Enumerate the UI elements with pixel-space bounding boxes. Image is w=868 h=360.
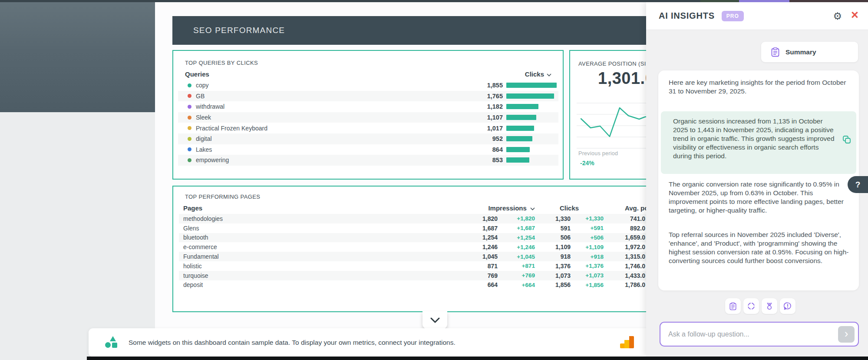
average-position-value: 1,301.0 <box>598 69 646 88</box>
widget-top-performing-pages: TOP PERFORMING PAGES Pages Impressions C… <box>172 186 646 312</box>
clicks-bar <box>506 115 536 120</box>
widget-title: TOP PERFORMING PAGES <box>185 193 260 200</box>
table-row: deposit 664 +664 1,856 +1,856 1,786.0 <box>179 280 646 290</box>
ai-highlighted-insight: Organic sessions increased from 1,135 in… <box>661 111 856 174</box>
query-row: Sleek 1,107 <box>178 112 558 123</box>
page-name: Fundamental <box>179 253 450 260</box>
clicks-value: 918 <box>535 253 571 260</box>
query-row: copy 1,855 <box>178 80 558 91</box>
page-name: Glens <box>179 225 450 232</box>
clicks-delta: +1,330 <box>571 215 604 222</box>
query-row: digital 952 <box>178 133 558 144</box>
chat-exclamation-icon <box>784 302 792 310</box>
clicks-delta: +918 <box>571 253 604 260</box>
top-edge-segment <box>0 0 700 2</box>
summary-action-button[interactable] <box>725 298 741 314</box>
top-edge-segment <box>700 0 739 2</box>
series-color-dot <box>188 116 191 120</box>
impressions-value: 769 <box>450 272 498 279</box>
query-row: empowering 853 <box>178 155 558 166</box>
widget-title: TOP QUERIES BY CLICKS <box>185 60 258 66</box>
sample-data-notice: Some widgets on this dashboard contain s… <box>89 328 646 357</box>
clicks-bar <box>506 93 554 99</box>
ai-insights-panel: AI INSIGHTS PRO ⚙ × Summary Here are key… <box>646 2 868 357</box>
query-clicks-value: 1,182 <box>463 103 503 110</box>
series-color-dot <box>188 147 191 151</box>
achievements-action-button[interactable] <box>762 298 777 314</box>
ai-insights-title: AI INSIGHTS <box>659 11 715 21</box>
clicks-bar <box>506 83 557 88</box>
avg-position-value: 1,433.0 <box>604 272 646 279</box>
ai-quick-actions <box>725 298 795 314</box>
column-header-impressions-sort[interactable]: Impressions <box>450 204 535 212</box>
query-row: GB 1,765 <box>178 91 558 102</box>
ai-paragraph: The organic conversion rate rose signifi… <box>669 180 850 215</box>
widget-top-queries-by-clicks: TOP QUERIES BY CLICKS Queries Clicks cop… <box>172 50 564 180</box>
query-label: Practical Frozen Keyboard <box>196 125 463 132</box>
clicks-bar <box>506 136 532 141</box>
feedback-action-button[interactable] <box>780 298 795 314</box>
clicks-bar <box>506 126 534 131</box>
series-color-dot <box>188 126 191 130</box>
clicks-delta: +506 <box>571 234 604 241</box>
impressions-delta: +1,045 <box>498 253 535 260</box>
ai-message-card: Here are key marketing insights for the … <box>658 70 859 290</box>
table-row: holistic 871 +871 1,376 +1,376 1,746.0 <box>179 261 646 271</box>
clicks-delta: +1,856 <box>571 282 604 288</box>
query-label: withdrawal <box>196 103 463 110</box>
series-color-dot <box>188 158 191 162</box>
clicks-value: 506 <box>535 234 571 241</box>
follow-up-question-box: › <box>660 322 859 347</box>
series-color-dot <box>188 94 191 98</box>
clicks-value: 1,073 <box>535 272 571 279</box>
avg-position-value: 1,746.0 <box>604 263 646 270</box>
avg-position-value: 1,659.0 <box>604 234 646 241</box>
impressions-value: 664 <box>450 281 498 288</box>
follow-up-question-input[interactable] <box>668 330 838 338</box>
avg-position-value: 1,315.0 <box>604 253 646 260</box>
medal-icon <box>766 302 773 310</box>
send-button[interactable]: › <box>838 326 855 343</box>
column-header-clicks[interactable]: Clicks <box>535 204 604 212</box>
impressions-value: 1,820 <box>450 215 498 222</box>
query-label: empowering <box>196 157 463 163</box>
copy-icon[interactable] <box>842 135 851 146</box>
close-icon[interactable]: × <box>851 7 858 23</box>
clicks-delta: +1,109 <box>571 244 604 250</box>
expand-section-button[interactable] <box>422 311 447 329</box>
query-label: Sleek <box>196 114 463 121</box>
clicks-bar <box>506 104 538 109</box>
impressions-value: 1,687 <box>450 225 498 232</box>
column-header-clicks-sort[interactable]: Clicks <box>525 70 551 78</box>
top-edge-segment <box>739 0 789 2</box>
series-color-dot <box>188 83 191 87</box>
help-button[interactable]: ? <box>848 176 868 193</box>
impressions-delta: +1,687 <box>498 225 535 231</box>
clicks-bar <box>506 157 529 163</box>
previous-period-delta: -24% <box>580 160 594 167</box>
google-analytics-icon <box>620 336 636 349</box>
page-name: methodologies <box>179 215 450 222</box>
query-row: withdrawal 1,182 <box>178 101 558 112</box>
summary-chip[interactable]: Summary <box>761 42 858 62</box>
column-header-avg-position[interactable]: Avg. position <box>604 204 646 212</box>
table-row: bluetooth 1,254 +1,254 506 +506 1,659.0 <box>179 233 646 243</box>
query-clicks-value: 1,107 <box>463 114 503 121</box>
window-top-edge <box>0 0 868 2</box>
pages-table-body: methodologies 1,820 +1,820 1,330 +1,330 … <box>179 214 646 290</box>
chevron-down-icon <box>547 70 551 78</box>
column-header-pages: Pages <box>179 204 450 212</box>
clicks-value: 1,330 <box>535 215 571 222</box>
table-row: Glens 1,687 +1,687 591 +591 892.0 <box>179 223 646 233</box>
ai-insights-header: AI INSIGHTS PRO ⚙ × <box>646 2 868 30</box>
pro-badge: PRO <box>722 11 744 21</box>
clipboard-icon <box>771 47 779 57</box>
column-header-queries: Queries <box>185 70 209 78</box>
goals-action-button[interactable] <box>743 298 759 314</box>
query-row: Practical Frozen Keyboard 1,017 <box>178 123 558 133</box>
table-row: e-commerce 1,246 +1,246 1,109 +1,109 1,9… <box>179 242 646 252</box>
impressions-value: 871 <box>450 263 498 270</box>
clicks-value: 1,109 <box>535 243 571 250</box>
settings-gear-icon[interactable]: ⚙ <box>833 9 842 23</box>
page-name: bluetooth <box>179 234 450 241</box>
